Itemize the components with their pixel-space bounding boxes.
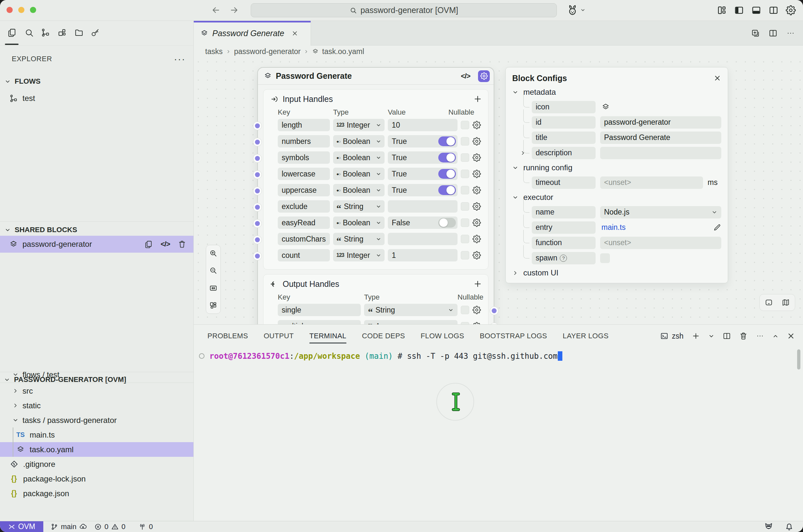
- handle-value-field[interactable]: False: [388, 216, 458, 229]
- handle-key-field[interactable]: symbols: [278, 151, 330, 164]
- handle-key-field[interactable]: numbers: [278, 135, 330, 148]
- minimize-window-button[interactable]: [18, 7, 24, 13]
- explorer-files-icon[interactable]: [7, 28, 17, 37]
- shell-selector[interactable]: zsh: [660, 332, 684, 341]
- tree-item-flows-test[interactable]: flows / test: [0, 367, 193, 382]
- breadcrumb[interactable]: tasks password-generator task.oo.yaml: [194, 45, 803, 57]
- config-title-value[interactable]: Password Generate: [600, 132, 721, 144]
- input-port[interactable]: [253, 235, 262, 244]
- block-node-header[interactable]: Password Generate </>: [258, 68, 494, 84]
- notifications-bell-icon[interactable]: [784, 522, 794, 531]
- handle-settings-icon[interactable]: [473, 235, 481, 243]
- tree-item-main.ts[interactable]: TSmain.ts: [0, 428, 193, 442]
- block-settings-button[interactable]: [478, 70, 490, 82]
- duplicate-icon[interactable]: [144, 240, 153, 248]
- panel-tab-bootstrap-logs[interactable]: BOOTSTRAP LOGS: [480, 325, 547, 347]
- chevron-right-icon[interactable]: [520, 150, 526, 156]
- nullable-checkbox[interactable]: [461, 218, 469, 227]
- mascot-status-icon[interactable]: [764, 522, 773, 531]
- settings-gear-icon[interactable]: [786, 5, 796, 15]
- config-key-field[interactable]: title: [532, 132, 596, 144]
- handle-settings-icon[interactable]: [473, 322, 481, 324]
- handle-type-select[interactable]: “String: [333, 233, 385, 245]
- handle-type-select[interactable]: ●○Boolean: [333, 168, 385, 180]
- group-running-config[interactable]: running config: [512, 160, 721, 175]
- config-timeout-value[interactable]: <unset>: [600, 176, 703, 189]
- nullable-checkbox[interactable]: [461, 306, 469, 314]
- close-configs-icon[interactable]: [713, 74, 721, 82]
- handle-type-select[interactable]: “String: [333, 200, 385, 213]
- view-code-icon[interactable]: </>: [160, 240, 170, 248]
- nullable-checkbox[interactable]: [461, 153, 469, 162]
- toggle-sidebar-icon[interactable]: [734, 5, 744, 15]
- nullable-checkbox[interactable]: [461, 121, 469, 129]
- handle-settings-icon[interactable]: [473, 121, 481, 129]
- split-editor-icon[interactable]: [768, 5, 779, 15]
- config-key-field[interactable]: name: [532, 206, 596, 218]
- forward-arrow-icon[interactable]: [229, 5, 239, 15]
- config-description-value[interactable]: [600, 147, 721, 159]
- zoom-out-icon[interactable]: [209, 266, 217, 275]
- config-key-field[interactable]: description: [532, 147, 596, 159]
- folder-icon[interactable]: [74, 28, 84, 37]
- blocks-icon[interactable]: [57, 28, 67, 37]
- input-port[interactable]: [253, 154, 262, 163]
- tree-item-.gitignore[interactable]: .gitignore: [0, 457, 193, 472]
- minimap-toggle-icon[interactable]: [782, 298, 790, 307]
- handle-settings-icon[interactable]: [473, 218, 481, 227]
- remote-indicator[interactable]: OVM: [0, 521, 43, 532]
- handle-key-field[interactable]: exclude: [278, 200, 330, 213]
- branch-status[interactable]: main: [51, 522, 87, 531]
- back-arrow-icon[interactable]: [211, 5, 221, 15]
- terminal-dropdown-icon[interactable]: [708, 333, 714, 339]
- handle-value-field[interactable]: [388, 200, 458, 213]
- config-key-field[interactable]: timeout: [532, 176, 596, 189]
- edit-pencil-icon[interactable]: [713, 223, 721, 231]
- add-input-handle-icon[interactable]: [473, 94, 482, 103]
- handle-key-field[interactable]: lowercase: [278, 168, 330, 180]
- handle-type-select[interactable]: 123Integer: [333, 249, 385, 262]
- boolean-toggle[interactable]: [438, 153, 456, 163]
- input-port[interactable]: [253, 170, 262, 179]
- help-icon[interactable]: ?: [560, 254, 567, 262]
- breadcrumb-tasks[interactable]: tasks: [205, 47, 223, 56]
- flow-canvas[interactable]: Password Generate </> Input Handles: [194, 57, 803, 324]
- zoom-in-icon[interactable]: [209, 249, 217, 258]
- tree-item-src[interactable]: src: [0, 383, 193, 398]
- close-panel-icon[interactable]: [787, 332, 795, 340]
- handle-value-field[interactable]: 10: [388, 119, 458, 131]
- handle-key-field[interactable]: customChars: [278, 233, 330, 245]
- config-key-field[interactable]: entry: [532, 222, 596, 234]
- close-tab-icon[interactable]: [291, 30, 298, 37]
- nullable-checkbox[interactable]: [461, 186, 469, 194]
- tree-item-package-lock.json[interactable]: {}package-lock.json: [0, 472, 193, 486]
- handle-type-select[interactable]: ●○Boolean: [333, 151, 385, 164]
- handle-settings-icon[interactable]: [473, 202, 481, 211]
- input-port[interactable]: [253, 252, 262, 261]
- ports-status[interactable]: 0: [138, 522, 153, 531]
- handle-key-field[interactable]: count: [278, 249, 330, 262]
- handle-key-field[interactable]: multiple: [278, 320, 361, 324]
- flows-section-header[interactable]: FLOWS: [0, 76, 193, 87]
- tree-item-package.json[interactable]: {}package.json: [0, 486, 193, 501]
- handle-settings-icon[interactable]: [473, 186, 481, 194]
- maximize-window-button[interactable]: [30, 7, 36, 13]
- config-function-value[interactable]: <unset>: [600, 237, 721, 249]
- config-key-field[interactable]: function: [532, 237, 596, 249]
- tree-item-tasks-password-generator[interactable]: tasks / password-generator: [0, 413, 193, 428]
- panel-tab-problems[interactable]: PROBLEMS: [207, 325, 248, 347]
- config-key-field[interactable]: icon: [532, 101, 596, 113]
- fit-view-icon[interactable]: [209, 284, 217, 292]
- flow-item-test[interactable]: test: [0, 91, 193, 106]
- tab-password-generate[interactable]: Password Generate: [194, 21, 311, 45]
- input-port[interactable]: [253, 138, 262, 147]
- more-actions-icon[interactable]: [786, 28, 795, 38]
- command-center-search[interactable]: password-generator [OVM]: [251, 3, 557, 17]
- config-id-value[interactable]: password-generator: [600, 116, 721, 129]
- close-window-button[interactable]: [6, 7, 13, 13]
- group-metadata[interactable]: metadata: [512, 85, 721, 99]
- panel-tab-flow-logs[interactable]: FLOW LOGS: [421, 325, 464, 347]
- boolean-toggle[interactable]: [438, 218, 456, 228]
- boolean-toggle[interactable]: [438, 136, 456, 146]
- auto-layout-icon[interactable]: [209, 301, 217, 310]
